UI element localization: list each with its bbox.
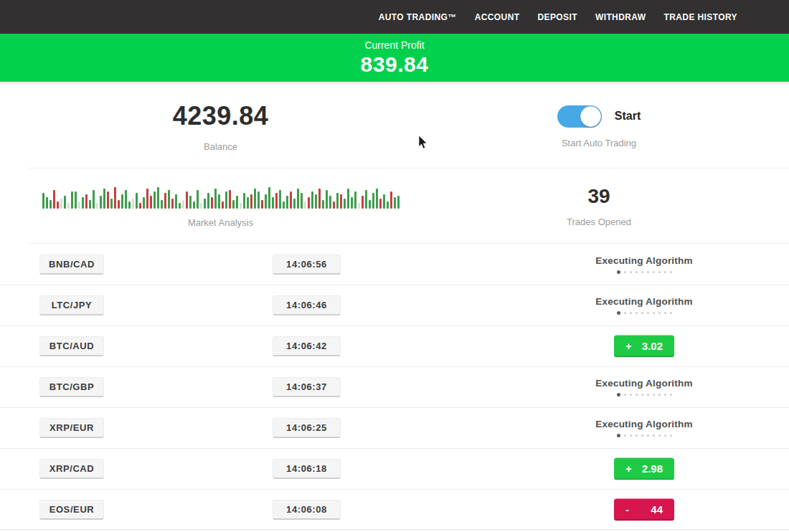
pair-badge: LTC/JPY	[39, 295, 104, 315]
time-badge: 14:06:18	[273, 459, 341, 479]
current-profit-value: 839.84	[361, 52, 429, 77]
current-profit-label: Current Profit	[364, 39, 424, 51]
trades-table: BNB/CAD 14:06:56 Executing Algorithm LTC…	[0, 244, 789, 530]
table-row: BNB/CAD 14:06:56 Executing Algorithm	[0, 244, 789, 285]
current-profit-banner: Current Profit 839.84	[0, 34, 789, 85]
pair-badge: BTC/GBP	[39, 377, 104, 397]
table-row: XRP/EUR 14:06:25 Executing Algorithm	[0, 407, 789, 448]
progress-dots	[580, 434, 709, 437]
nav-withdraw[interactable]: WITHDRAW	[595, 12, 646, 22]
status-cell: Executing Algorithm	[580, 419, 709, 437]
result-value: 3.02	[642, 340, 663, 352]
result-sign: -	[625, 503, 629, 515]
time-badge: 14:06:56	[273, 255, 341, 275]
pair-badge: BTC/AUD	[39, 336, 104, 356]
toggle-start-label: Start	[615, 110, 641, 123]
market-analysis-section: Market Analysis 39 Trades Opened	[0, 168, 789, 244]
time-badge: 14:06:08	[273, 500, 341, 520]
nav-trade-history[interactable]: TRADE HISTORY	[663, 12, 737, 22]
top-navbar: AUTO TRADING™ ACCOUNT DEPOSIT WITHDRAW T…	[0, 0, 789, 34]
trades-opened-value: 39	[587, 185, 610, 208]
trades-opened-label: Trades Opened	[567, 217, 631, 227]
table-row: BTC/GBP 14:06:37 Executing Algorithm	[0, 366, 789, 407]
auto-trading-toggle[interactable]	[557, 105, 602, 128]
status-cell: + 3.02	[580, 336, 709, 358]
progress-dots	[580, 311, 709, 315]
status-cell: - 44	[580, 498, 709, 521]
pair-badge: XRP/CAD	[39, 459, 104, 479]
toggle-knob	[580, 106, 601, 127]
nav-auto-trading[interactable]: AUTO TRADING™	[379, 12, 457, 22]
status-cell: Executing Algorithm	[580, 378, 709, 396]
pair-badge: EOS/EUR	[39, 500, 104, 520]
profit-result-badge: + 3.02	[614, 336, 674, 358]
status-cell: Executing Algorithm	[580, 255, 709, 274]
result-sign: +	[625, 340, 632, 352]
result-value: 2.98	[642, 462, 663, 475]
start-auto-trading-label: Start Auto Trading	[562, 138, 636, 148]
pair-badge: XRP/EUR	[39, 418, 104, 438]
table-row: BTC/AUD 14:06:42 + 3.02	[0, 326, 789, 366]
time-badge: 14:06:37	[273, 377, 341, 397]
time-badge: 14:06:46	[273, 295, 341, 315]
nav-account[interactable]: ACCOUNT	[475, 12, 520, 22]
status-cell: + 2.98	[580, 458, 709, 480]
table-row: EOS/EUR 14:06:08 - 44	[0, 489, 789, 530]
nav-deposit[interactable]: DEPOSIT	[537, 12, 577, 22]
status-cell: Executing Algorithm	[580, 296, 709, 315]
executing-algorithm-label: Executing Algorithm	[580, 419, 709, 429]
balance-label: Balance	[204, 141, 237, 152]
table-row: LTC/JPY 14:06:46 Executing Algorithm	[0, 285, 789, 326]
time-badge: 14:06:42	[273, 336, 341, 356]
progress-dots	[580, 393, 709, 396]
executing-algorithm-label: Executing Algorithm	[580, 255, 709, 266]
time-badge: 14:06:25	[273, 418, 341, 438]
executing-algorithm-label: Executing Algorithm	[580, 296, 709, 307]
executing-algorithm-label: Executing Algorithm	[580, 378, 709, 389]
loss-result-badge: - 44	[614, 498, 674, 521]
balance-value: 4239.84	[173, 101, 269, 131]
result-value: 44	[651, 503, 663, 515]
balance-section: 4239.84 Balance Start Start Auto Trading	[0, 85, 789, 168]
market-analysis-label: Market Analysis	[188, 217, 253, 228]
progress-dots	[580, 270, 709, 274]
table-row: XRP/CAD 14:06:18 + 2.98	[0, 448, 789, 489]
profit-result-badge: + 2.98	[614, 458, 674, 480]
market-analysis-chart	[42, 184, 400, 209]
pair-badge: BNB/CAD	[39, 255, 104, 275]
result-sign: +	[625, 462, 632, 475]
